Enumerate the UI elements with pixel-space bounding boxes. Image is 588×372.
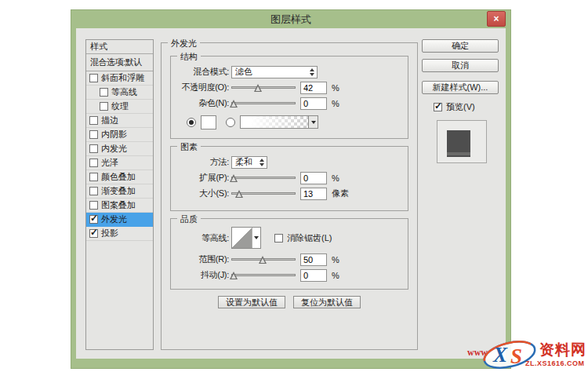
- spread-input[interactable]: [300, 172, 327, 184]
- noise-slider[interactable]: [231, 98, 296, 108]
- sidebar-item-label: 内阴影: [101, 129, 127, 140]
- stepper-arrows-icon: [307, 68, 314, 76]
- contour-thumbnail[interactable]: [232, 228, 252, 248]
- sidebar-item-blending-options[interactable]: 混合选项:默认: [86, 54, 153, 71]
- checkbox[interactable]: [100, 102, 108, 111]
- sidebar-item-label: 斜面和浮雕: [101, 72, 144, 84]
- chevron-down-icon: [254, 236, 259, 239]
- reset-default-button[interactable]: 复位为默认值: [293, 296, 361, 308]
- close-icon: ×: [493, 13, 499, 24]
- sidebar-item-outer-glow[interactable]: 外发光: [86, 213, 153, 227]
- elements-legend: 图素: [177, 141, 201, 153]
- slider-thumb[interactable]: [254, 84, 262, 92]
- antialias-label: 消除锯齿(L): [287, 232, 332, 244]
- watermark-site-url: ZL.XS1616.COM: [525, 359, 585, 367]
- sidebar-item-inner-glow[interactable]: 内发光: [86, 142, 153, 156]
- size-unit: 像素: [332, 188, 349, 199]
- checkbox[interactable]: [89, 201, 98, 210]
- sidebar-item-stroke[interactable]: 描边: [86, 114, 153, 128]
- spread-label: 扩展(P):: [177, 172, 229, 184]
- styles-list-header: 样式: [86, 40, 153, 54]
- dialog-titlebar[interactable]: 图层样式 ×: [71, 10, 510, 28]
- range-slider[interactable]: [231, 254, 296, 264]
- stepper-arrows-icon: [256, 159, 264, 166]
- sidebar-item-label: 投影: [101, 228, 118, 239]
- slider-thumb[interactable]: [230, 174, 238, 182]
- jitter-slider[interactable]: [231, 270, 296, 280]
- gradient-dropdown-button[interactable]: [308, 116, 318, 128]
- contour-picker[interactable]: [231, 227, 261, 249]
- checkbox[interactable]: [89, 215, 98, 224]
- contour-label: 等高线:: [177, 232, 229, 244]
- spread-slider[interactable]: [231, 173, 296, 183]
- sidebar-item-color-overlay[interactable]: 颜色叠加: [86, 170, 153, 184]
- slider-thumb[interactable]: [235, 190, 243, 198]
- gradient-radio[interactable]: [226, 118, 235, 127]
- svg-text:S: S: [510, 345, 522, 368]
- slider-thumb[interactable]: [259, 256, 267, 264]
- gradient-picker[interactable]: [240, 115, 318, 129]
- set-default-button[interactable]: 设置为默认值: [218, 296, 285, 308]
- checkbox[interactable]: [89, 229, 98, 238]
- slider-track: [231, 86, 296, 89]
- technique-label: 方法:: [177, 156, 229, 168]
- checkbox[interactable]: [89, 144, 98, 153]
- slider-thumb[interactable]: [230, 272, 238, 279]
- dialog-title: 图层样式: [270, 13, 311, 27]
- jitter-input[interactable]: [300, 269, 327, 282]
- sidebar-item-bevel-emboss[interactable]: 斜面和浮雕: [86, 71, 153, 86]
- sidebar-item-label: 光泽: [101, 157, 118, 169]
- opacity-input[interactable]: [300, 82, 327, 94]
- blend-mode-select[interactable]: 滤色: [231, 66, 318, 78]
- sidebar-item-inner-shadow[interactable]: 内阴影: [86, 128, 153, 142]
- checkbox[interactable]: [89, 74, 98, 82]
- sidebar-item-texture[interactable]: 纹理: [86, 100, 153, 114]
- sidebar-item-label: 等高线: [111, 86, 137, 98]
- panel-title: 外发光: [168, 38, 200, 49]
- checkbox[interactable]: [100, 88, 108, 97]
- solid-color-radio[interactable]: [187, 118, 196, 127]
- checkbox[interactable]: [89, 116, 98, 125]
- sidebar-item-label: 颜色叠加: [101, 171, 136, 183]
- checkbox[interactable]: [89, 130, 98, 139]
- slider-thumb[interactable]: [230, 100, 238, 108]
- checkbox[interactable]: [89, 159, 98, 167]
- opacity-slider[interactable]: [231, 82, 296, 93]
- size-slider[interactable]: [231, 188, 296, 199]
- range-input[interactable]: [300, 253, 327, 266]
- dialog-body: 样式 混合选项:默认 斜面和浮雕 等高线 纹理 描边 内阴影: [76, 28, 506, 359]
- checkbox[interactable]: [89, 173, 98, 181]
- svg-text:X: X: [492, 343, 508, 367]
- preview-label: 预览(V): [446, 101, 475, 113]
- checkbox[interactable]: [89, 187, 98, 195]
- blend-mode-label: 混合模式:: [177, 66, 229, 78]
- watermark-site-name: 资料网: [539, 340, 586, 360]
- sidebar-item-drop-shadow[interactable]: 投影: [86, 227, 153, 241]
- preview-checkbox[interactable]: [434, 103, 442, 111]
- size-input[interactable]: [300, 188, 327, 200]
- new-style-button[interactable]: 新建样式(W)...: [422, 81, 499, 94]
- contour-dropdown-button[interactable]: [252, 228, 260, 248]
- watermark: www X S 资料网 ZL.XS1616.COM: [463, 337, 588, 372]
- sidebar-item-contour[interactable]: 等高线: [86, 86, 153, 100]
- glow-color-swatch[interactable]: [201, 115, 216, 129]
- technique-select[interactable]: 柔和: [231, 156, 267, 169]
- sidebar-item-satin[interactable]: 光泽: [86, 156, 153, 170]
- sidebar-item-pattern-overlay[interactable]: 图案叠加: [86, 199, 153, 213]
- slider-track: [231, 274, 296, 276]
- gradient-preview[interactable]: [241, 116, 308, 128]
- sidebar-item-gradient-overlay[interactable]: 渐变叠加: [86, 184, 153, 199]
- jitter-unit: %: [332, 271, 339, 280]
- quality-legend: 品质: [177, 213, 201, 225]
- close-button[interactable]: ×: [487, 11, 506, 27]
- cancel-button[interactable]: 取消: [422, 59, 499, 72]
- styles-list: 样式 混合选项:默认 斜面和浮雕 等高线 纹理 描边 内阴影: [85, 39, 154, 350]
- noise-input[interactable]: [300, 97, 327, 110]
- sidebar-item-label: 图案叠加: [101, 199, 136, 211]
- layer-style-dialog: 图层样式 × 样式 混合选项:默认 斜面和浮雕 等高线 纹理 描边: [71, 9, 511, 369]
- technique-value: 柔和: [235, 156, 252, 168]
- outer-glow-panel: 外发光 结构 混合模式: 滤色 不透明度(O):: [161, 42, 418, 350]
- noise-label: 杂色(N):: [177, 97, 229, 109]
- antialias-checkbox[interactable]: [274, 234, 283, 243]
- ok-button[interactable]: 确定: [422, 39, 499, 53]
